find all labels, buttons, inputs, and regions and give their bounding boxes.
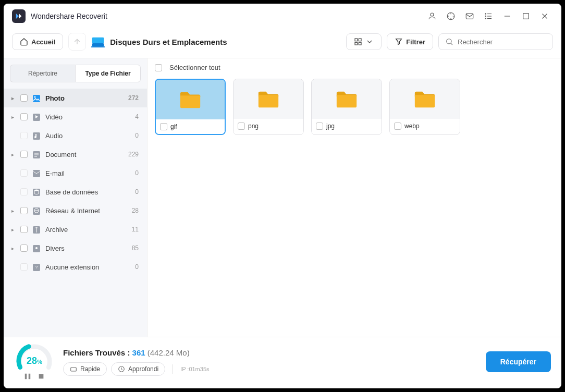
list-icon[interactable] [480,8,497,24]
account-icon[interactable] [424,8,440,24]
content-area: Sélectionner tout gif png jpg webp [147,58,561,337]
tab-type-fichier[interactable]: Type de Fichier [75,65,141,82]
sidebar-item-document[interactable]: ▸ Document 229 [4,145,147,164]
home-label: Accueil [31,38,55,46]
maximize-button[interactable] [518,8,534,24]
folder-card-png[interactable]: png [233,79,304,135]
tab-repertoire[interactable]: Répertoire [10,65,75,82]
mail-icon [32,168,41,178]
card-label: gif [170,123,177,130]
chevron-right-icon: ▸ [9,152,16,157]
scan-mode-rapide[interactable]: Rapide [63,362,107,376]
results-grid: gif png jpg webp [148,77,561,137]
tree-item-label: Vidéo [45,113,135,121]
minimize-button[interactable] [499,8,515,24]
chevron-right-icon: ▸ [9,246,16,251]
card-checkbox[interactable] [394,123,401,130]
tree-item-checkbox[interactable] [20,94,28,102]
tree-item-count: 0 [135,188,139,195]
sidebar-item-vid-o[interactable]: ▸ Vidéo 4 [4,107,147,126]
scan-mode-approfondi[interactable]: Approfondi [111,362,165,376]
other-icon [32,243,41,253]
tree-item-label: Aucune extension [45,263,135,271]
drive-icon [91,36,105,47]
sidebar-item-photo[interactable]: ▸ Photo 272 [4,89,147,107]
feedback-icon[interactable] [461,8,478,24]
tree-item-checkbox[interactable] [20,226,28,233]
support-icon[interactable] [443,8,459,24]
svg-rect-10 [523,14,529,19]
recover-button[interactable]: Récupérer [486,351,551,372]
tree-item-checkbox[interactable] [20,207,28,214]
tree-item-checkbox[interactable] [20,151,28,158]
search-input[interactable] [458,38,546,46]
home-button[interactable]: Accueil [12,33,63,50]
view-grid-button[interactable] [346,33,382,50]
svg-point-0 [431,13,434,16]
tree-item-checkbox[interactable] [20,244,28,252]
tree-item-checkbox [20,263,28,271]
audio-icon [32,131,41,140]
sidebar-item-base-de-donn-es[interactable]: Base de données 0 [4,182,147,201]
tree-item-checkbox [20,132,28,139]
sidebar-item-divers[interactable]: ▸ Divers 85 [4,239,147,258]
filter-button[interactable]: Filtrer [387,33,433,50]
svg-rect-45 [71,368,77,371]
titlebar: Wondershare Recoverit [4,4,561,29]
sidebar-item-audio[interactable]: Audio 0 [4,126,147,145]
breadcrumb: Disques Durs et Emplacements [110,38,227,46]
sidebar-item-archive[interactable]: ▸ Archive 11 [4,220,147,239]
files-found-count: 361 [132,348,145,357]
tree-item-checkbox [20,188,28,195]
tree-item-label: Audio [45,132,135,140]
tree-item-checkbox [20,169,28,177]
card-checkbox[interactable] [160,123,167,130]
folder-icon [156,80,225,119]
tree-item-label: Document [45,151,128,158]
tree-item-count: 0 [135,169,139,177]
sidebar-item-r-seau-internet[interactable]: ▸ Réseau & Internet 28 [4,201,147,220]
app-title: Wondershare Recoverit [31,12,107,20]
tree-item-label: Divers [45,244,132,252]
files-found-line: Fichiers Trouvés : 361 (442.24 Mo) [63,348,477,357]
folder-card-gif[interactable]: gif [155,79,226,135]
tree-item-count: 4 [135,113,139,120]
close-button[interactable] [536,8,553,24]
doc-icon [32,150,41,159]
file-type-tree: ▸ Photo 272 ▸ Vidéo 4 Audio 0 ▸ Document… [4,89,147,337]
card-checkbox[interactable] [238,123,245,130]
svg-point-31 [34,190,39,191]
tree-item-count: 0 [135,132,139,139]
tree-item-label: Photo [45,94,128,102]
select-all-checkbox[interactable] [155,64,162,71]
video-icon [32,112,41,121]
archive-icon [32,225,41,234]
image-icon [32,93,41,103]
tree-item-count: 28 [132,207,139,214]
folder-card-webp[interactable]: webp [389,79,460,135]
tree-item-checkbox[interactable] [20,113,28,120]
progress-ring: 28% [14,341,55,368]
search-box[interactable] [438,33,553,50]
up-button[interactable] [68,33,86,51]
tree-item-label: Base de données [45,188,135,196]
folder-card-jpg[interactable]: jpg [311,79,382,135]
search-icon [445,38,453,46]
toolbar: Accueil Disques Durs et Emplacements Fil… [4,29,561,58]
scan-time-info: IP :01m35s [180,366,209,372]
card-checkbox[interactable] [316,123,323,130]
sidebar-item-aucune-extension[interactable]: ? Aucune extension 0 [4,258,147,276]
svg-point-22 [34,96,36,98]
tree-item-label: Réseau & Internet [45,207,132,215]
tree-item-count: 272 [128,94,139,102]
db-icon [32,187,41,197]
tree-item-count: 0 [135,263,139,271]
svg-line-20 [451,43,452,45]
chevron-right-icon: ▸ [9,227,16,232]
card-label: jpg [326,123,335,130]
sidebar-item-e-mail[interactable]: E-mail 0 [4,164,147,182]
svg-point-39 [35,247,38,249]
progress-value: 28 [27,356,37,366]
folder-icon [390,79,460,119]
chevron-right-icon: ▸ [9,208,16,214]
